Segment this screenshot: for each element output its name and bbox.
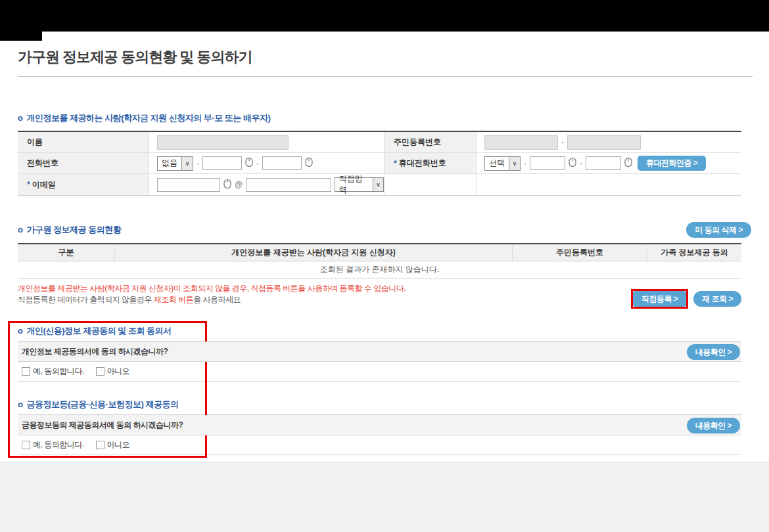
financial-consent-choices: 예, 동의합니다. 아니오 xyxy=(18,435,741,455)
no-choice[interactable]: 아니오 xyxy=(96,366,130,377)
email-label: 이메일 xyxy=(32,179,56,190)
dash: - xyxy=(197,159,199,168)
no-choice[interactable]: 아니오 xyxy=(96,439,130,451)
table-row: * 이메일 @ 직접입력 ∨ xyxy=(18,174,741,195)
col-header-receiver: 개인정보를 제공받는 사람(학자금 지원 신청자) xyxy=(115,244,513,261)
notice-block: 개인정보를 제공받는 사람(학자금 지원 신청자)이 조회되지 않을 경우, 직… xyxy=(18,283,741,305)
col-header-jumin: 주민등록번호 xyxy=(513,244,647,261)
yes-choice[interactable]: 예, 동의합니다. xyxy=(22,439,84,451)
phone-mid-input[interactable] xyxy=(202,156,242,170)
select-arrow-icon: ∨ xyxy=(373,178,383,191)
consent-status-title: o가구원 정보제공 동의현황 xyxy=(18,224,121,236)
dash: - xyxy=(561,138,564,147)
phone-last-input[interactable] xyxy=(262,156,302,170)
email-value-cell: @ 직접입력 ∨ xyxy=(149,174,384,195)
direct-register-button[interactable]: 직접등록 > xyxy=(633,291,686,307)
empty-value-cell xyxy=(477,174,741,195)
select-arrow-icon: ∨ xyxy=(181,157,193,170)
name-value-cell xyxy=(149,132,384,152)
personal-consent-question: 개인정보 제공동의서에 동의 하시겠습니까? xyxy=(22,346,168,357)
jumin-label: 주민등록번호 xyxy=(384,132,477,152)
consent-status-section: o가구원 정보제공 동의현황 미 동의 삭제 > 구분 개인정보를 제공받는 사… xyxy=(18,222,751,305)
main-content: 가구원 정보제공 동의현황 및 동의하기 o개인정보를 제공하는 사람(학자금 … xyxy=(0,32,769,484)
jumin-value-cell: - xyxy=(477,132,741,152)
notice-buttons: 직접등록 > 재 조회 > xyxy=(631,289,741,309)
financial-consent-title: o금융정보등(금융·신용·보험정보) 제공동의 xyxy=(18,399,741,410)
no-checkbox[interactable] xyxy=(96,441,105,449)
page-title-block: 가구원 정보제공 동의현황 및 동의하기 xyxy=(18,32,753,77)
consent-forms-wrap: o개인(신용)정보 제공동의 및 조회 동의서 개인정보 제공동의서에 동의 하… xyxy=(18,325,741,455)
consent-status-header: o가구원 정보제공 동의현황 미 동의 삭제 > xyxy=(18,222,751,238)
personal-consent-section: o개인(신용)정보 제공동의 및 조회 동의서 개인정보 제공동의서에 동의 하… xyxy=(18,325,741,382)
mouse-input-icon[interactable] xyxy=(569,157,576,169)
bullet-icon: o xyxy=(18,113,22,123)
footer-band xyxy=(0,462,769,532)
col-header-gubun: 구분 xyxy=(18,244,115,261)
bullet-icon: o xyxy=(18,399,22,409)
dash: - xyxy=(256,159,259,168)
mouse-input-icon[interactable] xyxy=(223,179,231,191)
dash: - xyxy=(524,159,526,168)
mobile-last-input[interactable] xyxy=(586,156,621,170)
bullet-icon: o xyxy=(18,225,22,234)
col-header-family-consent: 가족 정보제공 동의 xyxy=(647,244,741,261)
register-button-annotation: 직접등록 > xyxy=(631,289,688,309)
delete-non-consent-button[interactable]: 미 동의 삭제 > xyxy=(686,222,751,238)
financial-consent-question: 금융정보등의 제공동의서에 동의 하시겠습니까? xyxy=(22,420,183,431)
mouse-input-icon[interactable] xyxy=(305,157,313,169)
page-title: 가구원 정보제공 동의현황 및 동의하기 xyxy=(18,47,753,67)
consent-status-table: 구분 개인정보를 제공받는 사람(학자금 지원 신청자) 주민등록번호 가족 정… xyxy=(18,243,741,278)
personal-consent-choices: 예, 동의합니다. 아니오 xyxy=(18,362,741,382)
phone-value-cell: 없음 ∨ - - xyxy=(149,153,384,173)
jumin-front-masked xyxy=(484,135,558,150)
email-id-input[interactable] xyxy=(157,178,220,192)
email-label-cell: * 이메일 xyxy=(18,174,149,195)
requery-button[interactable]: 재 조회 > xyxy=(693,291,741,307)
mouse-input-icon[interactable] xyxy=(245,157,253,169)
email-domain-input[interactable] xyxy=(246,178,331,192)
mobile-mid-input[interactable] xyxy=(530,156,565,170)
mouse-input-icon[interactable] xyxy=(624,157,632,169)
provider-section-title: o개인정보를 제공하는 사람(학자금 지원 신청자의 부·모 또는 배우자) xyxy=(18,112,270,124)
personal-consent-header: o개인(신용)정보 제공동의 및 조회 동의서 xyxy=(18,325,741,342)
provider-info-table: 이름 주민등록번호 - 전화번호 없음 ∨ - - xyxy=(18,131,741,196)
phone-label: 전화번호 xyxy=(18,153,149,173)
top-black-bar xyxy=(0,0,769,32)
yes-checkbox[interactable] xyxy=(22,441,30,449)
empty-result-row: 조회된 결과가 존재하지 않습니다. xyxy=(18,261,741,278)
yes-choice[interactable]: 예, 동의합니다. xyxy=(22,366,84,377)
mobile-verify-button[interactable]: 휴대전화인증 > xyxy=(638,156,706,171)
table-row: 전화번호 없음 ∨ - - * 휴대전화번호 선택 ∨ xyxy=(18,153,741,174)
mobile-label: 휴대전화번호 xyxy=(399,158,446,169)
bullet-icon: o xyxy=(18,326,22,336)
mobile-label-cell: * 휴대전화번호 xyxy=(384,153,477,173)
mobile-prefix-select[interactable]: 선택 ∨ xyxy=(484,156,521,171)
table-row: 이름 주민등록번호 - xyxy=(18,132,741,153)
phone-prefix-select[interactable]: 없음 ∨ xyxy=(157,156,193,171)
dash: - xyxy=(580,159,582,168)
financial-consent-header: o금융정보등(금융·신용·보험정보) 제공동의 xyxy=(18,399,741,415)
jumin-back-masked xyxy=(567,135,641,150)
no-checkbox[interactable] xyxy=(96,367,105,376)
required-asterisk: * xyxy=(394,159,397,168)
email-domain-select[interactable]: 직접입력 ∨ xyxy=(335,177,384,192)
personal-consent-view-button[interactable]: 내용확인 > xyxy=(687,344,740,360)
at-symbol: @ xyxy=(235,180,243,189)
financial-consent-question-row: 금융정보등의 제공동의서에 동의 하시겠습니까? 내용확인 > xyxy=(18,415,741,435)
name-masked-input xyxy=(157,135,289,150)
required-asterisk: * xyxy=(27,180,30,189)
mobile-value-cell: 선택 ∨ - - 휴대전화인증 > xyxy=(477,153,741,173)
table-header-row: 구분 개인정보를 제공받는 사람(학자금 지원 신청자) 주민등록번호 가족 정… xyxy=(18,244,741,261)
personal-consent-question-row: 개인정보 제공동의서에 동의 하시겠습니까? 내용확인 > xyxy=(18,342,741,362)
select-arrow-icon: ∨ xyxy=(509,157,520,170)
financial-consent-section: o금융정보등(금융·신용·보험정보) 제공동의 금융정보등의 제공동의서에 동의… xyxy=(18,399,741,455)
financial-consent-view-button[interactable]: 내용확인 > xyxy=(687,418,740,433)
name-label: 이름 xyxy=(18,132,149,152)
yes-checkbox[interactable] xyxy=(22,367,30,376)
empty-label-cell xyxy=(384,174,477,195)
personal-consent-title: o개인(신용)정보 제공동의 및 조회 동의서 xyxy=(18,325,741,337)
provider-section-header: o개인정보를 제공하는 사람(학자금 지원 신청자의 부·모 또는 배우자) xyxy=(18,112,751,124)
